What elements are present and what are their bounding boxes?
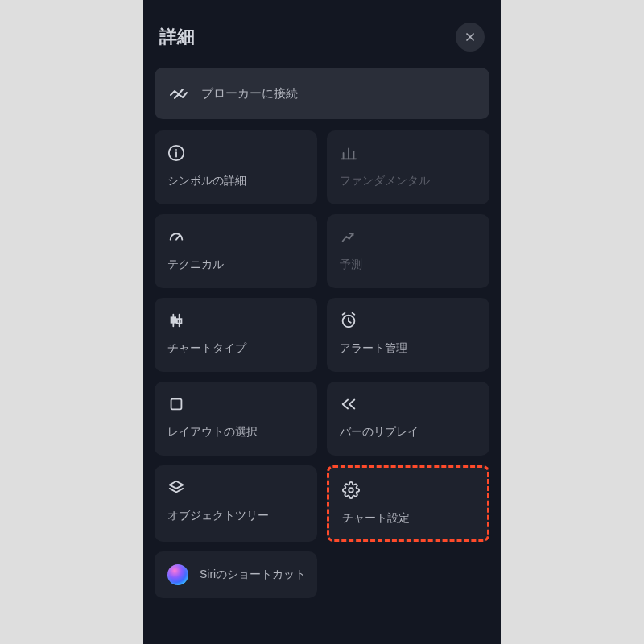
close-button[interactable] [456, 23, 485, 52]
technical-card[interactable]: テクニカル [155, 214, 317, 288]
card-label: アラート管理 [340, 341, 477, 355]
symbol-detail-card[interactable]: シンボルの詳細 [155, 130, 317, 204]
chart-settings-card[interactable]: チャート設定 [327, 465, 489, 542]
card-label: テクニカル [167, 258, 304, 271]
card-label: オブジェクトツリー [167, 509, 304, 522]
panel-content: ブローカーに接続 シンボルの詳細 ファンダメンタル [143, 68, 501, 598]
svg-rect-19 [171, 399, 182, 410]
broker-connect-card[interactable]: ブローカーに接続 [155, 68, 489, 119]
svg-point-21 [349, 488, 353, 493]
bar-chart-icon [340, 144, 357, 162]
card-label: バーのリプレイ [340, 425, 477, 439]
svg-line-9 [176, 236, 180, 240]
layout-select-card[interactable]: レイアウトの選択 [155, 382, 317, 456]
svg-marker-20 [170, 481, 184, 489]
panel-header: 詳細 [143, 0, 501, 68]
panel-title: 詳細 [159, 25, 195, 49]
forecast-card[interactable]: 予測 [327, 214, 489, 288]
siri-icon [167, 564, 188, 585]
alarm-icon [340, 312, 357, 329]
bar-replay-card[interactable]: バーのリプレイ [327, 382, 489, 456]
candlestick-icon [167, 312, 185, 329]
svg-line-18 [353, 313, 355, 315]
card-label: シンボルの詳細 [167, 174, 304, 188]
square-icon [167, 395, 185, 413]
svg-line-17 [343, 313, 345, 315]
alert-manage-card[interactable]: アラート管理 [327, 298, 489, 372]
svg-line-16 [349, 321, 351, 323]
layers-icon [167, 479, 185, 497]
rewind-icon [340, 395, 357, 413]
info-icon [167, 144, 185, 162]
shortcut-label: Siriのショートカット [200, 568, 304, 582]
broker-icon [169, 84, 188, 103]
siri-shortcut-card[interactable]: Siriのショートカット [155, 551, 317, 598]
svg-rect-11 [171, 317, 176, 322]
forecast-icon [340, 228, 357, 246]
card-label: チャート設定 [342, 511, 474, 525]
details-panel: 詳細 ブローカーに接続 シンボルの詳細 [143, 0, 501, 644]
gear-icon [342, 481, 360, 499]
close-icon [464, 31, 477, 43]
cards-grid: シンボルの詳細 ファンダメンタル テクニカル [155, 130, 489, 542]
card-label: レイアウトの選択 [167, 425, 304, 439]
broker-label: ブローカーに接続 [201, 86, 298, 101]
card-label: ファンダメンタル [340, 174, 477, 188]
svg-point-4 [175, 149, 177, 151]
chart-type-card[interactable]: チャートタイプ [155, 298, 317, 372]
card-label: 予測 [340, 258, 477, 271]
fundamental-card[interactable]: ファンダメンタル [327, 130, 489, 204]
object-tree-card[interactable]: オブジェクトツリー [155, 465, 317, 542]
card-label: チャートタイプ [167, 341, 304, 355]
gauge-icon [167, 228, 185, 246]
